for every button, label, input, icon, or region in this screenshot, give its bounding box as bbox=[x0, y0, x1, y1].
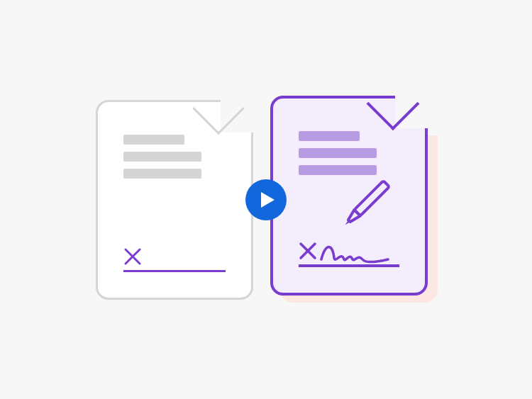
document-signed-icon bbox=[270, 96, 428, 296]
signature-line-icon bbox=[299, 236, 399, 267]
document-signed-group bbox=[270, 96, 436, 304]
document-unsigned-icon bbox=[96, 100, 253, 300]
play-icon bbox=[260, 191, 275, 208]
play-button[interactable] bbox=[245, 179, 287, 220]
signature-x-icon bbox=[123, 247, 142, 266]
signature-x-icon bbox=[299, 242, 317, 260]
signature-line-icon bbox=[123, 241, 226, 272]
dog-ear-icon bbox=[395, 96, 428, 128]
text-lines-icon bbox=[123, 135, 201, 186]
dog-ear-icon bbox=[221, 100, 253, 133]
svg-rect-4 bbox=[354, 181, 389, 215]
pen-icon bbox=[331, 171, 399, 239]
document-pair bbox=[96, 96, 436, 304]
signature-scribble-icon bbox=[320, 245, 384, 262]
signing-illustration bbox=[0, 0, 532, 399]
svg-marker-5 bbox=[261, 192, 275, 208]
